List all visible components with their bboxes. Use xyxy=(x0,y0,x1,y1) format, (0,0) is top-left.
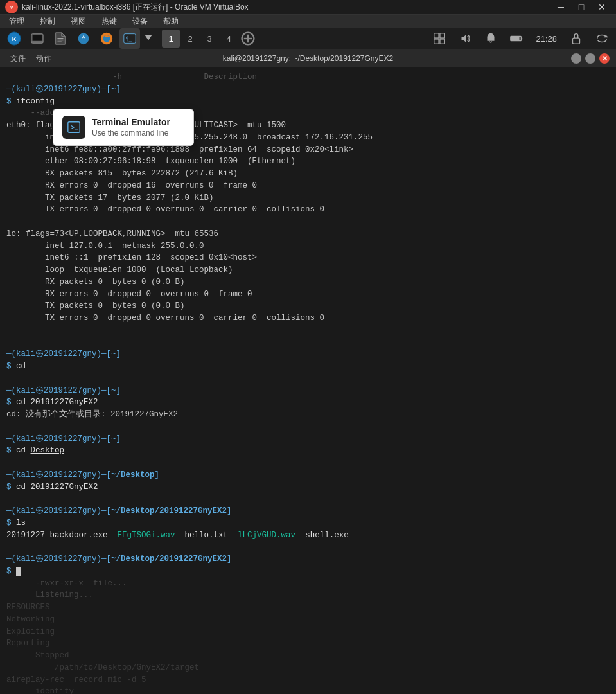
taskbar-sound-icon[interactable] xyxy=(455,28,475,49)
app-logo: V xyxy=(5,1,18,13)
tab-1[interactable]: 1 xyxy=(162,30,180,48)
bg-line-6: Networking xyxy=(6,614,610,626)
taskbar-terminal-icon[interactable]: $_ xyxy=(119,28,140,49)
ls-output: 20191227_backdoor.exe EFgTSOGi.wav hello… xyxy=(6,529,610,542)
eth0-tx1: TX packets 17 bytes 2077 (2.0 KiB) xyxy=(6,192,610,204)
lo-rx1: RX packets 0 bytes 0 (0.0 B) xyxy=(6,276,610,289)
svg-rect-18 xyxy=(434,33,439,38)
terminal-menu-item-action[interactable]: 动作 xyxy=(32,52,55,66)
vm-container: V kali-linux-2022.1-virtualbox-i386 [正在运… xyxy=(0,0,616,694)
taskbar-battery-icon[interactable] xyxy=(506,28,527,49)
prompt-line-3: ─(kali㉿20191227gny)─[~] xyxy=(6,385,610,397)
eth0-ether: ether 08:00:27:96:18:98 txqueuelen 1000 … xyxy=(6,156,610,168)
blank-3 xyxy=(6,337,610,349)
lo-rx-err: RX errors 0 dropped 0 overruns 0 frame 0 xyxy=(6,289,610,301)
tooltip-terminal-icon xyxy=(62,116,85,139)
minimize-button[interactable]: ─ xyxy=(552,0,570,14)
taskbar-firefox-icon[interactable] xyxy=(96,28,117,49)
prompt-line-7: ─(kali㉿20191227gny)─[~/Desktop/20191227G… xyxy=(6,553,610,565)
taskbar-scale-icon[interactable] xyxy=(429,28,450,49)
menu-item-device[interactable]: 设备 xyxy=(128,15,152,28)
bg-line-12: identity xyxy=(6,686,610,694)
tab-4[interactable]: 4 xyxy=(220,30,238,48)
taskbar-dropdown-icon[interactable] xyxy=(143,28,154,49)
bg-line-1: -h Description xyxy=(6,71,610,84)
eth0-rx1: RX packets 815 bytes 222872 (217.6 KiB) xyxy=(6,168,610,180)
blank-5 xyxy=(6,421,610,433)
prompt-line-2: ─(kali㉿20191227gny)─[~] xyxy=(6,348,610,360)
lo-flags: lo: flags=73<UP,LOOPBACK,RUNNING> mtu 65… xyxy=(6,228,610,240)
taskbar-time: 21:28 xyxy=(536,34,557,44)
menu-item-view[interactable]: 视图 xyxy=(67,15,90,28)
tab-2[interactable]: 2 xyxy=(181,30,199,48)
tooltip-heading: Terminal Emulator xyxy=(92,117,170,127)
svg-rect-19 xyxy=(440,33,444,38)
blank-1 xyxy=(6,216,610,228)
taskbar-kali-icon[interactable]: K xyxy=(4,28,24,49)
taskbar-right: 21:28 xyxy=(429,28,612,49)
lo-tx1: TX packets 0 bytes 0 (0.0 B) xyxy=(6,300,610,312)
menu-item-help[interactable]: 帮助 xyxy=(159,15,182,28)
cmd-cd-desktop: $ cd Desktop xyxy=(6,445,610,457)
cmd-cd-gnyex2: $ cd 20191227GnyEX2 xyxy=(6,481,610,494)
cmd-line-ifconfig: $ ifconfig xyxy=(6,96,610,108)
taskbar-file-icon[interactable] xyxy=(50,28,71,49)
cmd-cd-ex2: $ cd 20191227GnyEX2 xyxy=(6,396,610,409)
svg-rect-6 xyxy=(31,42,43,43)
blank-4 xyxy=(6,373,610,385)
terminal-window-controls: ✕ xyxy=(571,53,610,64)
cd-error: cd: 没有那个文件或目录: 20191227GnyEX2 xyxy=(6,409,610,421)
maximize-button[interactable]: □ xyxy=(572,0,590,14)
cursor-line: $ xyxy=(6,565,610,578)
bg-line-10: /path/to/Desktop/GnyEX2/target xyxy=(6,662,610,674)
blank-6 xyxy=(6,457,610,469)
svg-rect-24 xyxy=(511,37,520,40)
close-button[interactable]: ✕ xyxy=(593,0,611,14)
bg-line-9: Stopped xyxy=(6,650,610,662)
prompt-line-1: ─(kali㉿20191227gny)─[~] xyxy=(6,84,610,96)
svg-rect-25 xyxy=(522,37,523,40)
tab-numbers: 1 2 3 4 xyxy=(162,30,238,48)
eth0-tx-err: TX errors 0 dropped 0 overruns 0 carrier… xyxy=(6,204,610,216)
blank-2 xyxy=(6,325,610,337)
terminal-menu-item-file[interactable]: 文件 xyxy=(6,52,30,66)
tooltip-popup: Terminal Emulator Use the command line xyxy=(53,109,194,146)
terminal-close-btn[interactable]: ✕ xyxy=(599,53,610,64)
menubar: 管理 控制 视图 热键 设备 帮助 xyxy=(0,15,616,28)
terminal-minimize-btn[interactable] xyxy=(571,53,581,64)
terminal-maximize-btn[interactable] xyxy=(585,53,595,64)
svg-rect-9 xyxy=(57,42,61,42)
lo-loop: loop txqueuelen 1000 (Local Loopback) xyxy=(6,264,610,276)
bg-line-8: Reporting xyxy=(6,637,610,650)
svg-marker-14 xyxy=(145,35,152,40)
taskbar-lock-icon[interactable] xyxy=(566,28,586,49)
titlebar-controls: ─ □ ✕ xyxy=(552,0,611,14)
taskbar-app1-icon[interactable] xyxy=(27,28,48,49)
tooltip-subtext: Use the command line xyxy=(92,129,170,138)
svg-rect-26 xyxy=(573,38,580,44)
terminal-body[interactable]: -h Description ─(kali㉿20191227gny)─[~] $… xyxy=(0,67,616,694)
blank-7 xyxy=(6,493,610,505)
taskbar-kali-dragon-icon[interactable] xyxy=(73,28,94,49)
titlebar: V kali-linux-2022.1-virtualbox-i386 [正在运… xyxy=(0,0,616,15)
taskbar-new-tab-icon[interactable] xyxy=(240,28,256,49)
svg-rect-20 xyxy=(434,39,439,44)
svg-rect-7 xyxy=(57,38,63,39)
bg-line-3: -rwxr-xr-x file... xyxy=(6,578,610,590)
bg-line-11: aireplay-rec record.mic -d 5 xyxy=(6,674,610,686)
terminal-header-row: 文件 动作 kali@20191227gny: ~/Desktop/201912… xyxy=(0,49,616,67)
menu-item-control[interactable]: 控制 xyxy=(36,15,59,28)
taskbar: K xyxy=(0,28,616,49)
taskbar-refresh-icon[interactable] xyxy=(592,28,612,49)
svg-text:K: K xyxy=(12,36,17,42)
blank-8 xyxy=(6,541,610,553)
window-title: kali-linux-2022.1-virtualbox-i386 [正在运行]… xyxy=(22,2,249,13)
lo-inet6: inet6 ::1 prefixlen 128 scopeid 0x10<hos… xyxy=(6,252,610,264)
lo-inet: inet 127.0.0.1 netmask 255.0.0.0 xyxy=(6,240,610,253)
taskbar-bell-icon[interactable] xyxy=(480,28,501,49)
menu-item-manage[interactable]: 管理 xyxy=(5,15,28,28)
lo-tx-err: TX errors 0 dropped 0 overruns 0 carrier… xyxy=(6,312,610,325)
tab-3[interactable]: 3 xyxy=(200,30,218,48)
cmd-ls: $ ls xyxy=(6,517,610,529)
menu-item-hotkey[interactable]: 热键 xyxy=(98,15,121,28)
